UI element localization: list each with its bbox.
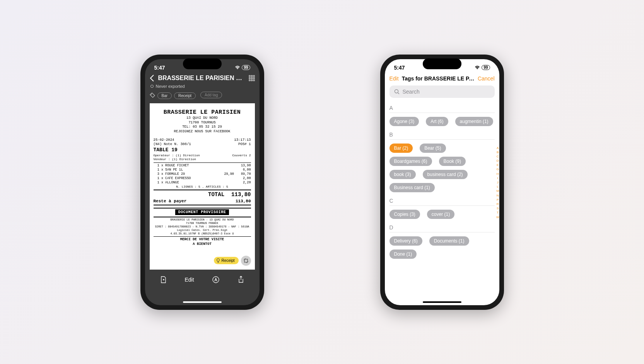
share-button[interactable] [237, 276, 244, 284]
section-header: A [389, 99, 495, 113]
tag-pill[interactable]: Bar [157, 92, 172, 99]
index-letter[interactable]: H [496, 172, 499, 176]
screen-tag-picker: 5:47 99 Edit Tags for BRASSERIE LE PARIS… [385, 59, 499, 305]
section-header: D [389, 219, 495, 232]
receipt-operator: Operateur : (1) Direction [154, 154, 200, 157]
index-letter[interactable]: D [496, 159, 499, 163]
tag-chip[interactable]: Bar (2) [389, 144, 413, 153]
tag-chip[interactable]: book (3) [389, 170, 416, 179]
index-letter[interactable]: N [496, 193, 499, 198]
receipt-rest: 113,80 [236, 198, 251, 204]
tag-chip[interactable]: Book (9) [439, 157, 466, 166]
index-letter[interactable]: G [496, 167, 499, 171]
receipt-tel: TEL: 03 85 32 15 29 [154, 125, 251, 130]
svg-rect-11 [244, 259, 248, 262]
tag-chip[interactable]: Done (1) [389, 250, 417, 259]
tag-icon [150, 92, 155, 98]
receipt-f2: 71700 TOURNUS FRANCE [154, 222, 251, 225]
alpha-index[interactable]: ABCDEGHIJLMNPRSTW [496, 146, 499, 219]
home-indicator[interactable] [183, 301, 222, 303]
battery-icon: 99 [482, 65, 490, 70]
receipt-line: 1 x ROUGE FICHET13,90 [154, 164, 251, 168]
receipt-f5: 4.03.35.01.167NF B (NB525)0407-3 Esce U [154, 232, 251, 236]
status-time: 5:47 [154, 65, 165, 71]
receipt-bientot: A BIENTOT [154, 242, 251, 247]
edit-button[interactable]: Edit [389, 75, 399, 82]
receipt-fb: REJOIGNEZ NOUS SUR FACEBOOK [154, 130, 251, 134]
tag-chip[interactable]: Art (6) [426, 117, 448, 126]
index-letter[interactable]: I [496, 176, 499, 180]
svg-rect-8 [253, 80, 255, 81]
tag-chip[interactable]: Documents (1) [429, 236, 469, 246]
index-letter[interactable]: S [496, 206, 499, 210]
home-indicator[interactable] [423, 301, 461, 303]
search-placeholder: Search [403, 89, 420, 95]
receipt-f1: BRASSERIE LE PARISIEN - 13 QUAI DU NORD [154, 218, 251, 222]
index-letter[interactable]: J [496, 180, 499, 185]
status-right: 99 [475, 65, 490, 70]
crop-button[interactable] [241, 256, 251, 266]
receipt-f3: SIRET : 80454917800023 - N.TVA : 3880454… [154, 225, 251, 229]
auto-button[interactable] [212, 276, 220, 284]
receipt-merchant: BRASSERIE LE PARISIEN [154, 109, 251, 116]
phone-right: 5:47 99 Edit Tags for BRASSERIE LE PARIS… [380, 55, 504, 310]
battery-icon: 99 [242, 65, 250, 70]
svg-point-13 [395, 89, 398, 93]
index-letter[interactable]: C [496, 154, 499, 159]
page-add-button[interactable] [160, 276, 167, 284]
receipt-line: 1 x ALLONGE2,20 [154, 181, 251, 185]
nav-bar: BRASSERIE LE PARISIEN R... [145, 73, 260, 83]
tag-chip[interactable]: business card (2) [423, 170, 468, 179]
index-letter[interactable]: R [496, 202, 499, 206]
receipt-rest-label: Reste à payer [154, 198, 187, 204]
receipt-vendeur: Vendeur : (1) Direction [154, 157, 251, 161]
page-title: Tags for BRASSERIE LE PARISI... [402, 75, 475, 82]
tag-chip[interactable]: cover (1) [427, 210, 454, 219]
search-input[interactable]: Search [389, 85, 495, 98]
receipt-line: 1 x CAFE EXPRESSO2,00 [154, 176, 251, 181]
svg-rect-5 [253, 77, 255, 79]
receipt-type-chip[interactable]: Receipt [214, 257, 239, 264]
add-tag-button[interactable]: Add tag [200, 92, 222, 98]
index-letter[interactable]: W [496, 215, 499, 219]
grid-icon[interactable] [249, 75, 255, 81]
edit-button[interactable]: Edit [184, 277, 194, 283]
status-right: 99 [235, 65, 250, 70]
index-letter[interactable]: A [496, 146, 499, 150]
tag-list[interactable]: AAgone (3)Art (6)augmentin (1)BBar (2)Be… [385, 99, 499, 259]
bulb-icon [216, 258, 220, 263]
index-letter[interactable]: P [496, 198, 499, 202]
search-icon [394, 89, 400, 94]
tag-chip[interactable]: Boardgames (6) [389, 157, 432, 166]
status-bar: 5:47 99 [145, 59, 260, 73]
section-header: C [389, 192, 495, 206]
tag-chip[interactable]: augmentin (1) [455, 117, 493, 126]
receipt-summary: N. LIGNES : 5 _ ARTICLES : 5 [154, 185, 251, 189]
receipt-addr2: 71700 TOURNUS [154, 121, 251, 125]
index-letter[interactable]: T [496, 210, 499, 215]
receipt-chip-label: Receipt [222, 258, 235, 263]
back-button[interactable] [150, 75, 154, 82]
tag-chip[interactable]: Business card (1) [389, 183, 435, 192]
nav-bar: Edit Tags for BRASSERIE LE PARISI... Can… [385, 73, 499, 84]
wifi-icon [235, 66, 240, 70]
index-letter[interactable]: L [496, 185, 499, 189]
tag-chip[interactable]: Delivery (6) [389, 236, 422, 246]
index-letter[interactable]: B [496, 150, 499, 154]
tag-chip[interactable]: Agone (3) [389, 117, 419, 126]
cancel-button[interactable]: Cancel [478, 75, 495, 82]
screen-receipt-viewer: 5:47 99 BRASSERIE LE PARISIEN R... Never… [145, 59, 260, 305]
tag-chip[interactable]: Copies (3) [389, 210, 420, 219]
phone-left: 5:47 99 BRASSERIE LE PARISIEN R... Never… [140, 55, 264, 310]
status-time: 5:47 [394, 65, 405, 71]
receipt-time: 13:17:13 [234, 138, 251, 143]
receipt-preview[interactable]: BRASSERIE LE PARISIEN 13 QUAI DU NORD 71… [150, 103, 255, 270]
index-letter[interactable]: E [496, 163, 499, 167]
index-letter[interactable]: M [496, 189, 499, 193]
receipt-covers: Couverts 2 [232, 154, 251, 157]
tag-chip[interactable]: Bear (5) [420, 144, 446, 153]
wifi-icon [475, 66, 480, 70]
svg-point-10 [217, 258, 219, 261]
tag-pill[interactable]: Receipt [174, 92, 196, 99]
receipt-merci: MERCI DE VOTRE VISITE [154, 238, 251, 242]
